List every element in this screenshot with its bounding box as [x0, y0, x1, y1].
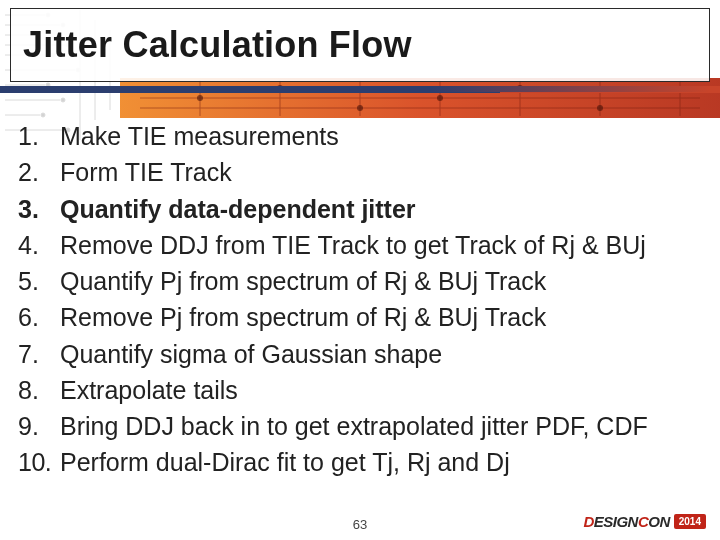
list-number: 10. — [18, 444, 60, 480]
list-number: 7. — [18, 336, 60, 372]
list-text: Remove DDJ from TIE Track to get Track o… — [60, 227, 706, 263]
list-item: 10. Perform dual-Dirac fit to get Tj, Rj… — [18, 444, 706, 480]
logo-year-badge: 2014 — [674, 514, 706, 529]
logo-text: DESIGNCON — [583, 513, 669, 530]
list-item: 6. Remove Pj from spectrum of Rj & BUj T… — [18, 299, 706, 335]
designcon-logo: DESIGNCON 2014 — [583, 513, 706, 530]
list-item: 3. Quantify data-dependent jitter — [18, 191, 706, 227]
list-number: 4. — [18, 227, 60, 263]
list-number: 9. — [18, 408, 60, 444]
svg-point-9 — [41, 113, 45, 117]
list-text: Make TIE measurements — [60, 118, 706, 154]
list-number: 1. — [18, 118, 60, 154]
list-text: Remove Pj from spectrum of Rj & BUj Trac… — [60, 299, 706, 335]
svg-point-8 — [61, 98, 65, 102]
list-number: 6. — [18, 299, 60, 335]
svg-point-14 — [357, 105, 363, 111]
list-item: 7. Quantify sigma of Gaussian shape — [18, 336, 706, 372]
svg-point-17 — [597, 105, 603, 111]
list-text: Extrapolate tails — [60, 372, 706, 408]
list-item: 4. Remove DDJ from TIE Track to get Trac… — [18, 227, 706, 263]
list-number: 3. — [18, 191, 60, 227]
slide-title: Jitter Calculation Flow — [23, 24, 412, 66]
svg-point-15 — [437, 95, 443, 101]
title-box: Jitter Calculation Flow — [10, 8, 710, 82]
list-text: Form TIE Track — [60, 154, 706, 190]
svg-point-12 — [197, 95, 203, 101]
list-item: 2. Form TIE Track — [18, 154, 706, 190]
title-divider — [10, 86, 710, 92]
svg-rect-11 — [120, 78, 720, 118]
list-number: 8. — [18, 372, 60, 408]
list-text: Quantify sigma of Gaussian shape — [60, 336, 706, 372]
list-number: 5. — [18, 263, 60, 299]
list-item: 1. Make TIE measurements — [18, 118, 706, 154]
numbered-list: 1. Make TIE measurements 2. Form TIE Tra… — [18, 118, 706, 481]
list-text: Bring DDJ back in to get extrapolated ji… — [60, 408, 706, 444]
list-text: Quantify Pj from spectrum of Rj & BUj Tr… — [60, 263, 706, 299]
list-item: 9. Bring DDJ back in to get extrapolated… — [18, 408, 706, 444]
list-item: 8. Extrapolate tails — [18, 372, 706, 408]
list-text: Perform dual-Dirac fit to get Tj, Rj and… — [60, 444, 706, 480]
list-number: 2. — [18, 154, 60, 190]
list-text: Quantify data-dependent jitter — [60, 191, 706, 227]
list-item: 5. Quantify Pj from spectrum of Rj & BUj… — [18, 263, 706, 299]
